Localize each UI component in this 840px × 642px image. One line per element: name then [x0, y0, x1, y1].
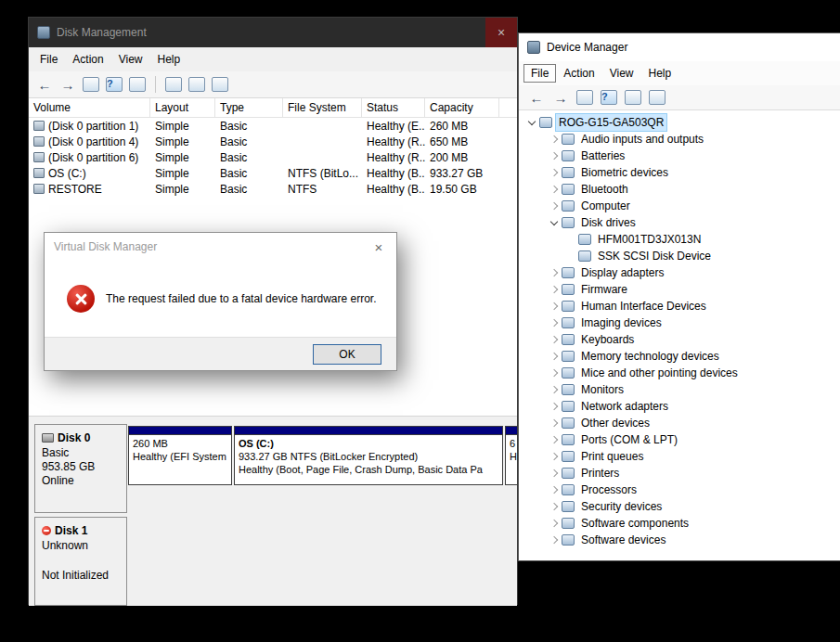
- volume-row[interactable]: OS (C:) Simple Basic NTFS (BitLo... Heal…: [29, 165, 517, 181]
- properties-icon[interactable]: [625, 90, 641, 105]
- back-button[interactable]: ←: [34, 74, 55, 95]
- col-type[interactable]: Type: [215, 98, 283, 118]
- layout-icon[interactable]: [212, 77, 228, 92]
- chevron-right-icon[interactable]: [547, 164, 562, 181]
- tree-item-other-devices[interactable]: Other devices: [519, 415, 840, 431]
- chevron-right-icon[interactable]: [547, 398, 562, 415]
- chevron-right-icon[interactable]: [547, 532, 562, 548]
- chevron-right-icon[interactable]: [547, 365, 562, 381]
- tree-item-memory-technology-devices[interactable]: Memory technology devices: [519, 348, 840, 365]
- chevron-right-icon[interactable]: [547, 331, 562, 348]
- menu-action[interactable]: Action: [65, 50, 110, 69]
- chevron-right-icon[interactable]: [547, 281, 562, 298]
- chevron-right-icon[interactable]: [547, 415, 562, 431]
- tree-item-computer[interactable]: Computer: [519, 198, 840, 214]
- speaker-icon: [562, 134, 575, 145]
- tree-item-firmware[interactable]: Firmware: [519, 281, 840, 298]
- chevron-right-icon[interactable]: [547, 264, 562, 281]
- volume-row[interactable]: RESTORE Simple Basic NTFS Healthy (B... …: [29, 181, 517, 197]
- tree-item-ssk-scsi-disk-device[interactable]: SSK SCSI Disk Device: [519, 248, 840, 264]
- chevron-right-icon[interactable]: [547, 498, 562, 515]
- menu-view[interactable]: View: [602, 64, 641, 83]
- tree-item-mice-and-pointing-devices[interactable]: Mice and other pointing devices: [519, 365, 840, 381]
- tree-item-hfm001td3jx013n[interactable]: HFM001TD3JX013N: [519, 231, 840, 248]
- partition-recovery[interactable]: 6 H: [505, 426, 517, 485]
- col-volume[interactable]: Volume: [29, 98, 150, 118]
- menu-action[interactable]: Action: [556, 64, 601, 83]
- tree-item-security-devices[interactable]: Security devices: [519, 498, 840, 515]
- tree-item-keyboards[interactable]: Keyboards: [519, 331, 840, 348]
- chevron-right-icon[interactable]: [547, 348, 562, 365]
- tree-item-batteries[interactable]: Batteries: [519, 148, 840, 164]
- cell-layout: Simple: [150, 151, 215, 164]
- tree-item-rog-g15-ga503qr[interactable]: ROG-G15-GA503QR: [519, 114, 840, 131]
- chevron-right-icon[interactable]: [547, 515, 562, 532]
- tree-item-biometric-devices[interactable]: Biometric devices: [519, 164, 840, 181]
- back-button[interactable]: ←: [526, 87, 547, 108]
- tree-item-monitors[interactable]: Monitors: [519, 381, 840, 398]
- panel-icon[interactable]: [129, 77, 146, 92]
- help-icon[interactable]: ?: [601, 90, 617, 105]
- menu-view[interactable]: View: [111, 50, 150, 69]
- disk-drive-icon: [562, 217, 575, 228]
- chevron-right-icon[interactable]: [547, 448, 562, 465]
- chevron-right-icon[interactable]: [547, 131, 562, 148]
- disk0-name: Disk 0: [58, 431, 90, 444]
- volume-icon: [33, 121, 45, 131]
- menu-help[interactable]: Help: [641, 64, 679, 83]
- chevron-right-icon[interactable]: [547, 465, 562, 482]
- tree-item-bluetooth[interactable]: Bluetooth: [519, 181, 840, 198]
- close-icon[interactable]: ×: [367, 237, 391, 257]
- tree-item-display-adapters[interactable]: Display adapters: [519, 264, 840, 281]
- console-tree-icon[interactable]: [576, 90, 593, 105]
- chevron-right-icon[interactable]: [547, 298, 562, 315]
- tree-item-software-components[interactable]: Software components: [519, 515, 840, 532]
- chevron-right-icon[interactable]: [547, 431, 562, 448]
- close-icon[interactable]: ×: [485, 18, 517, 47]
- volume-row[interactable]: (Disk 0 partition 1) Simple Basic Health…: [29, 118, 517, 134]
- disk1-kind: Unknown: [42, 539, 126, 553]
- scan-hardware-icon[interactable]: [649, 90, 666, 105]
- forward-button[interactable]: →: [550, 87, 571, 108]
- tree-item-disk-drives[interactable]: Disk drives: [519, 214, 840, 231]
- col-layout[interactable]: Layout: [150, 98, 215, 118]
- tree-item-ports-com-lpt[interactable]: Ports (COM & LPT): [519, 431, 840, 448]
- tree-item-software-devices[interactable]: Software devices: [519, 532, 840, 548]
- chevron-right-icon[interactable]: [547, 181, 562, 198]
- forward-button[interactable]: →: [58, 74, 78, 95]
- chevron-down-icon[interactable]: [524, 114, 539, 131]
- col-status[interactable]: Status: [362, 98, 425, 118]
- checkmark-icon[interactable]: [188, 77, 205, 92]
- menu-file[interactable]: File: [32, 50, 65, 69]
- volume-row[interactable]: (Disk 0 partition 4) Simple Basic Health…: [29, 134, 517, 149]
- menu-file[interactable]: File: [523, 64, 556, 83]
- tree-item-print-queues[interactable]: Print queues: [519, 448, 840, 465]
- chevron-right-icon[interactable]: [547, 198, 562, 214]
- chevron-right-icon[interactable]: [547, 148, 562, 164]
- console-tree-icon[interactable]: [83, 77, 99, 92]
- bluetooth-icon: [562, 184, 575, 195]
- tree-item-audio-inputs-outputs[interactable]: Audio inputs and outputs: [519, 131, 840, 148]
- chevron-right-icon[interactable]: [547, 381, 562, 398]
- tree-item-network-adapters[interactable]: Network adapters: [519, 398, 840, 415]
- col-capacity[interactable]: Capacity: [425, 98, 499, 118]
- disk0-panel[interactable]: Disk 0 Basic 953.85 GB Online: [34, 424, 127, 513]
- tree-item-human-interface-devices[interactable]: Human Interface Devices: [519, 298, 840, 315]
- help-icon[interactable]: ?: [106, 77, 123, 92]
- ok-button[interactable]: OK: [313, 344, 381, 365]
- chevron-down-icon[interactable]: [547, 214, 562, 231]
- cell-layout: Simple: [150, 135, 215, 148]
- partition-os-c[interactable]: OS (C:) 933.27 GB NTFS (BitLocker Encryp…: [234, 426, 503, 485]
- disk0-size: 953.85 GB: [42, 460, 126, 474]
- chevron-right-icon[interactable]: [547, 482, 562, 498]
- partition-efi[interactable]: 260 MB Healthy (EFI System: [128, 426, 232, 485]
- tree-item-imaging-devices[interactable]: Imaging devices: [519, 315, 840, 331]
- disk1-panel[interactable]: Disk 1 Unknown Not Initialized: [34, 517, 127, 606]
- volume-row[interactable]: (Disk 0 partition 6) Simple Basic Health…: [29, 149, 517, 165]
- tree-item-printers[interactable]: Printers: [519, 465, 840, 482]
- tree-item-processors[interactable]: Processors: [519, 482, 840, 498]
- menu-help[interactable]: Help: [150, 50, 188, 69]
- speech-bubble-icon[interactable]: [165, 77, 182, 92]
- chevron-right-icon[interactable]: [547, 315, 562, 331]
- col-file-system[interactable]: File System: [283, 98, 362, 118]
